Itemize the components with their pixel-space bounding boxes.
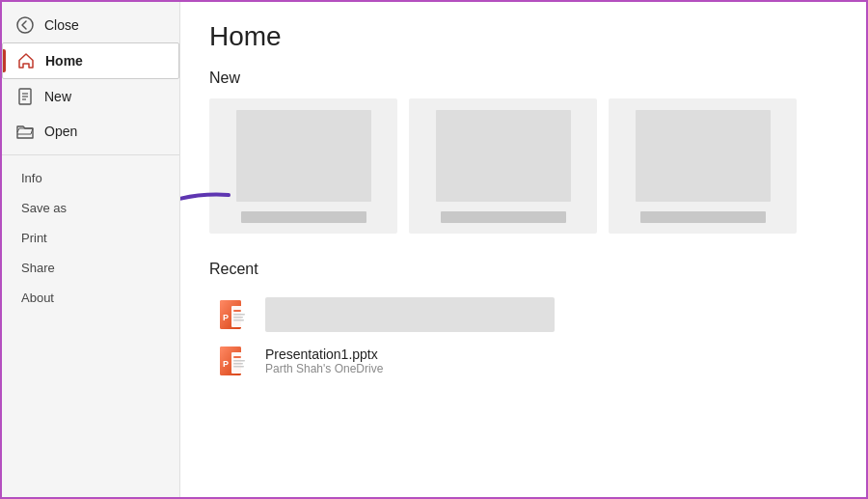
open-folder-icon: [15, 122, 35, 141]
template-bar-blank: [241, 211, 366, 223]
recent-item-path-1: Parth Shah's OneDrive: [265, 362, 383, 375]
new-section-label: New: [209, 69, 837, 87]
sidebar-item-home[interactable]: Home: [2, 42, 179, 79]
sidebar-item-print[interactable]: Print: [2, 223, 179, 253]
page-title: Home: [209, 21, 837, 52]
svg-rect-19: [233, 366, 244, 368]
recent-item-1[interactable]: P Presentation1.pptx Parth Shah's OneDri…: [209, 338, 837, 384]
sidebar-item-info[interactable]: Info: [2, 163, 179, 193]
svg-rect-9: [233, 314, 245, 316]
home-icon: [16, 51, 36, 70]
recent-item-0[interactable]: P: [209, 291, 837, 338]
main-content: Home New Recent: [180, 2, 866, 497]
sidebar-item-new[interactable]: New: [2, 79, 179, 114]
sidebar-bottom: Info Save as Print Share About: [2, 161, 179, 315]
recent-item-blank-bar: [265, 297, 555, 332]
recent-list: P: [209, 291, 837, 384]
svg-text:P: P: [223, 359, 229, 369]
close-back-icon: [15, 15, 35, 35]
svg-rect-18: [233, 363, 243, 365]
recent-item-name-1: Presentation1.pptx: [265, 347, 383, 362]
template-card-blank[interactable]: [209, 98, 397, 234]
ppt-icon-1: P: [218, 345, 251, 377]
svg-rect-17: [233, 360, 245, 362]
sidebar-item-close[interactable]: Close: [2, 8, 179, 42]
svg-text:P: P: [223, 313, 229, 322]
sidebar-divider-1: [2, 154, 179, 155]
recent-item-info-1: Presentation1.pptx Parth Shah's OneDrive: [265, 347, 383, 375]
recent-item-icon-0: P: [217, 297, 252, 332]
template-thumb-blank: [236, 110, 371, 202]
template-card-2[interactable]: [409, 98, 597, 234]
recent-section-label: Recent: [209, 261, 837, 278]
ppt-icon-0: P: [218, 298, 251, 331]
svg-point-0: [17, 17, 33, 33]
new-label: New: [44, 89, 71, 104]
new-doc-icon: [15, 87, 35, 106]
template-thumb-2: [436, 110, 571, 202]
svg-rect-8: [233, 310, 241, 312]
template-bar-2: [441, 211, 566, 223]
new-templates-row: [209, 98, 837, 234]
svg-rect-11: [233, 319, 244, 321]
svg-rect-10: [233, 317, 243, 319]
sidebar-item-save-as[interactable]: Save as: [2, 193, 179, 223]
sidebar-item-about[interactable]: About: [2, 283, 179, 313]
template-bar-3: [640, 211, 766, 223]
svg-rect-16: [233, 356, 241, 358]
template-card-3[interactable]: [609, 98, 797, 234]
sidebar-item-open[interactable]: Open: [2, 114, 179, 149]
template-thumb-3: [636, 110, 771, 202]
home-label: Home: [45, 53, 83, 69]
close-label: Close: [44, 17, 79, 33]
open-label: Open: [44, 124, 77, 139]
sidebar: Close Home New Ope: [2, 2, 180, 497]
recent-item-icon-1: P: [217, 344, 252, 378]
sidebar-item-share[interactable]: Share: [2, 253, 179, 283]
